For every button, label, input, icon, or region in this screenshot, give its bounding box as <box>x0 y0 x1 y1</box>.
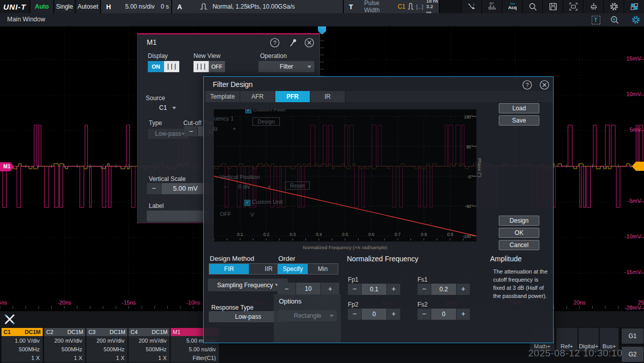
window-title: Main Window <box>7 16 45 23</box>
source-value: C1 <box>159 104 167 111</box>
text-annotation-icon[interactable]: T <box>591 15 601 24</box>
channel-badge-c3[interactable]: C3DC1M 200 mV/div500MHz1 X <box>86 328 127 362</box>
fir-option[interactable]: FIR <box>209 264 249 274</box>
minus-button[interactable]: − <box>348 309 361 320</box>
design-button[interactable]: Design <box>499 216 539 226</box>
fs2-label: Fs2 <box>417 301 428 308</box>
minus-button[interactable]: − <box>147 183 161 194</box>
load-button[interactable]: Load <box>499 103 539 113</box>
datetime-display: 2025-08-12 10:30:10 <box>528 348 627 359</box>
sampling-frequency-label: Sampling Frequency <box>217 282 273 289</box>
single-button[interactable]: Single <box>54 0 75 13</box>
pulse-icon <box>407 3 415 11</box>
chevron-down-icon <box>330 315 334 317</box>
window-options-dropdown[interactable]: Rectangle <box>278 310 337 321</box>
display-settings-gear-icon[interactable] <box>631 15 641 24</box>
search-icon[interactable] <box>522 0 542 13</box>
channel-scale: 200 mV/div <box>128 337 167 345</box>
math-timebase: 5.00 ns/div <box>171 345 216 354</box>
channel-badge-c2[interactable]: C2DC1M 200 mV/div500MHz1 X <box>44 328 85 362</box>
trigger-badge: T <box>349 3 353 11</box>
operation-dropdown[interactable]: Filter <box>259 61 314 72</box>
minus-button[interactable]: − <box>184 126 198 136</box>
min-option[interactable]: Min <box>308 264 338 274</box>
plus-button[interactable]: + <box>457 284 470 295</box>
ghost-reset-button: Reset <box>285 182 310 190</box>
ultra-acquire-icon[interactable]: UltraAcq <box>502 0 522 13</box>
new-view-toggle[interactable]: OFF <box>194 61 225 72</box>
close-icon[interactable] <box>539 80 550 90</box>
channel-name: C1 <box>4 329 11 335</box>
minus-button[interactable]: − <box>277 283 296 295</box>
ghost-unit-v: V <box>250 211 254 218</box>
fs2-stepper[interactable]: − 0 + <box>417 309 470 320</box>
close-icon[interactable] <box>304 38 314 48</box>
display-toggle[interactable]: ON <box>148 61 179 72</box>
acquire-group[interactable]: A Normal, 1.25kPts, 10.00GSa/s <box>172 0 343 13</box>
minus-button[interactable]: − <box>417 309 431 320</box>
fs1-stepper[interactable]: − 0.2 + <box>417 284 470 295</box>
horizontal-group[interactable]: H 5.00 ns/div 0 s <box>101 0 171 13</box>
channel-scale: 1.00 V/div <box>2 337 40 345</box>
channel-badge-c4[interactable]: C4DC1M 200 mV/div500MHz1 X <box>128 328 170 362</box>
toggle-on-label: ON <box>148 61 164 72</box>
fp2-value: 0 <box>362 309 387 320</box>
type-dropdown[interactable]: Low-pass <box>148 129 188 139</box>
channel-badge-c1[interactable]: C1DC1M 1.00 V/div500MHz1 X <box>2 328 43 362</box>
specify-option[interactable]: Specify <box>278 264 308 274</box>
pin-icon[interactable] <box>288 38 298 48</box>
ok-button[interactable]: OK <box>499 228 539 238</box>
fp2-stepper[interactable]: − 0 + <box>348 309 400 320</box>
label-input[interactable] <box>147 210 209 222</box>
display-layout-icon[interactable] <box>624 0 644 13</box>
screenshot-icon[interactable] <box>563 0 583 13</box>
time-scale-label: -25ns <box>0 299 7 306</box>
plus-button[interactable]: + <box>457 309 470 320</box>
run-state-button[interactable]: Auto <box>30 0 53 13</box>
trigger-group[interactable]: T Pulse Width C1 [...] 18 ns 3.2 ns <box>344 0 439 13</box>
plus-button[interactable]: + <box>387 284 400 295</box>
timebase-value: 5.00 ns/div <box>125 3 154 10</box>
channel-name: M1 <box>173 329 180 335</box>
sampling-frequency-dropdown[interactable]: Sampling Frequency <box>208 279 288 291</box>
help-icon[interactable]: ? <box>270 38 280 48</box>
trigger-value-1: 18 ns <box>426 0 439 4</box>
annotation-pens-icon[interactable] <box>3 313 16 328</box>
g1-button[interactable]: G1 <box>622 328 643 344</box>
cursor-measure-icon[interactable] <box>461 0 481 13</box>
channel-probe: 1 X <box>86 354 124 362</box>
plus-button[interactable]: + <box>321 283 339 295</box>
fp1-value: 0.1 <box>362 284 387 295</box>
save-icon[interactable] <box>542 0 563 13</box>
plus-button[interactable]: + <box>387 309 400 320</box>
fs1-label: Fs1 <box>417 276 428 283</box>
settings-gear-icon[interactable] <box>603 0 624 13</box>
help-icon[interactable]: ? <box>522 80 532 90</box>
fp1-stepper[interactable]: − 0.1 + <box>348 284 400 295</box>
zoom-in-icon[interactable] <box>609 15 620 24</box>
vertical-scale-label: -5mV <box>628 198 641 204</box>
tab-template[interactable]: Template <box>205 91 240 102</box>
toggle-off-label: OFF <box>209 61 225 72</box>
amplitude-label: Amplitude <box>490 255 522 263</box>
channel-probe: 1 X <box>2 354 40 362</box>
save-button[interactable]: Save <box>499 115 539 126</box>
tab-afr[interactable]: AFR <box>240 91 275 102</box>
tab-pfr[interactable]: PFR <box>275 91 310 102</box>
channel-name: C2 <box>46 329 53 335</box>
source-dropdown[interactable]: C1 <box>147 103 179 113</box>
minus-button[interactable]: − <box>417 284 431 295</box>
normalized-frequency-label: Normalized Frequency <box>347 255 418 263</box>
fft-icon[interactable]: FFT <box>481 0 502 13</box>
clear-brush-icon[interactable] <box>583 0 603 13</box>
fs2-value: 0 <box>431 309 456 320</box>
display-label: Display <box>148 52 168 59</box>
vertical-scale-label: Vertical Scale <box>149 175 186 183</box>
channel-scale: 200 mV/div <box>86 337 124 345</box>
cancel-button[interactable]: Cancel <box>499 240 539 250</box>
order-stepper[interactable]: − 10 + <box>277 283 339 295</box>
autoset-button[interactable]: Autoset <box>76 0 100 13</box>
minus-button[interactable]: − <box>348 284 361 295</box>
ghost-cutoff-label: Cut-off Frequency 1 <box>214 115 234 122</box>
tab-ir[interactable]: IR <box>310 91 345 102</box>
